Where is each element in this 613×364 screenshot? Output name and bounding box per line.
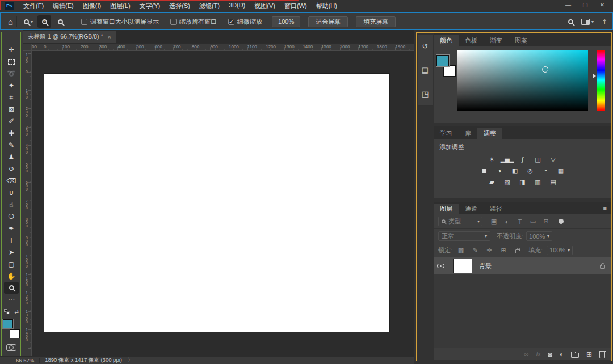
option-checkbox-0[interactable]: 调整窗口大小以满屏显示 — [81, 18, 159, 26]
home-icon[interactable]: ⌂ — [8, 17, 13, 27]
zoom-out-button[interactable] — [53, 15, 67, 28]
status-chevron-icon[interactable]: 〉 — [128, 357, 133, 364]
tool-zoom[interactable] — [4, 282, 19, 294]
panel-menu-icon[interactable]: ≡ — [603, 36, 607, 43]
tool-type[interactable]: T — [4, 234, 19, 246]
adjustment-invert[interactable]: ▰ — [486, 177, 497, 187]
zoom-tool-icon[interactable]: ▾ — [22, 15, 35, 28]
dock-history-button[interactable]: ↺ — [418, 35, 433, 58]
document-tab[interactable]: 未标题-1 @ 66.7%(RGB/8) * × — [23, 31, 116, 43]
panel-menu-icon[interactable]: ≡ — [603, 129, 607, 136]
tab-色板[interactable]: 色板 — [459, 35, 484, 46]
lock-transparent-button[interactable]: ▩ — [456, 246, 465, 254]
add-mask-button[interactable]: ◙ — [548, 350, 552, 358]
tab-调整[interactable]: 调整 — [477, 128, 502, 139]
menu-item-帮助(H)[interactable]: 帮助(H) — [312, 1, 342, 11]
zoom-in-button[interactable] — [37, 15, 51, 28]
adjustment-photo-filter[interactable]: ◎ — [525, 166, 535, 175]
tool-history-brush[interactable]: ↺ — [4, 163, 19, 175]
foreground-color-swatch[interactable] — [3, 319, 13, 328]
lock-paint-button[interactable]: ✎ — [471, 246, 480, 254]
filter-shape-layer-icon[interactable]: ▭ — [528, 218, 538, 226]
tab-颜色[interactable]: 颜色 — [434, 35, 459, 46]
menu-item-文件(F)[interactable]: 文件(F) — [19, 1, 48, 11]
menu-item-编辑(E)[interactable]: 编辑(E) — [48, 1, 78, 11]
menu-item-窗口(W)[interactable]: 窗口(W) — [280, 1, 312, 11]
tab-渐变[interactable]: 渐变 — [484, 35, 509, 46]
blend-mode-select[interactable]: 正常 ▾ — [438, 231, 490, 241]
adjustment-color-lookup[interactable]: ▦ — [556, 166, 566, 175]
fit-screen-button[interactable]: 适合屏幕 — [308, 16, 348, 27]
fill-screen-button[interactable]: 填充屏幕 — [356, 16, 396, 27]
menu-item-图层(L)[interactable]: 图层(L) — [106, 1, 135, 11]
lock-artboard-button[interactable]: ⊞ — [499, 246, 508, 254]
tool-hand[interactable]: ✋ — [4, 270, 19, 282]
hue-slider-arrow[interactable] — [593, 74, 596, 78]
tool-move[interactable]: ✛ — [4, 44, 19, 56]
minimize-button[interactable]: — — [561, 0, 576, 10]
new-adjustment-button[interactable]: ◐ — [560, 350, 564, 358]
checkbox-icon[interactable] — [81, 19, 87, 25]
share-icon[interactable]: ↥ — [602, 18, 607, 26]
adjustment-color-balance[interactable]: ◑ — [494, 166, 505, 175]
adjustment-levels[interactable]: ▂▅▂ — [502, 155, 512, 164]
checkbox-icon[interactable] — [170, 19, 177, 25]
tool-eraser[interactable]: ⌫ — [4, 175, 19, 187]
tool-rectangle[interactable]: ▢ — [4, 258, 19, 270]
tool-quick-selection[interactable]: ✦ — [4, 79, 19, 91]
default-colors[interactable]: ⇄ — [4, 309, 19, 315]
layer-filter-type-select[interactable]: 类型 ▾ — [438, 217, 482, 226]
tool-eyedropper[interactable]: ✐ — [4, 115, 19, 127]
tool-edit-toolbar[interactable]: ⋯ — [4, 294, 19, 306]
tool-spot-healing-brush[interactable]: ✚ — [4, 127, 19, 139]
delete-layer-button[interactable] — [599, 350, 605, 358]
search-icon[interactable] — [568, 19, 573, 24]
tool-paint-bucket[interactable]: ∪ — [4, 187, 19, 198]
horizontal-ruler[interactable]: 0001002003004005006007008009001000110012… — [32, 44, 414, 51]
lock-all-button[interactable] — [513, 246, 522, 254]
menu-item-视图(V)[interactable]: 视图(V) — [250, 1, 280, 11]
tool-frame[interactable]: ⊠ — [4, 103, 19, 115]
adjustment-selective-color[interactable]: ▤ — [548, 177, 558, 187]
dock-3d-button[interactable]: ◳ — [418, 82, 433, 106]
visibility-toggle[interactable] — [434, 257, 448, 274]
filter-toggle-icon[interactable] — [559, 219, 564, 224]
tool-brush[interactable]: ✎ — [4, 139, 19, 151]
panel-background-swatch[interactable] — [443, 65, 456, 77]
filter-adjustment-layer-icon[interactable]: ◐ — [502, 218, 511, 226]
tool-path-selection[interactable]: ➤ — [4, 246, 19, 258]
adjustment-hue-saturation[interactable]: ≣ — [479, 166, 489, 175]
adjustment-black-white[interactable]: ◧ — [510, 166, 520, 175]
panel-menu-icon[interactable]: ≡ — [603, 205, 607, 211]
tool-clone-stamp[interactable]: ♟ — [4, 151, 19, 163]
filter-smart-object-icon[interactable]: ⊡ — [541, 218, 551, 226]
workspace-switcher[interactable]: ▾ — [581, 19, 594, 25]
adjustment-vibrance[interactable]: ▽ — [548, 155, 558, 164]
swap-colors-icon[interactable]: ⇄ — [14, 309, 19, 315]
tool-dodge[interactable]: ❍ — [4, 210, 19, 222]
adjustment-brightness-contrast[interactable]: ☀ — [486, 155, 497, 164]
tool-rectangular-marquee[interactable] — [4, 56, 19, 67]
new-layer-button[interactable]: ⊞ — [586, 350, 592, 358]
tool-crop[interactable]: ⌗ — [4, 91, 19, 103]
filter-pixel-layer-icon[interactable]: ▣ — [489, 218, 498, 226]
adjustment-threshold[interactable]: ◨ — [517, 177, 527, 187]
tool-pen[interactable]: ✒ — [4, 222, 19, 234]
background-color-swatch[interactable] — [10, 329, 20, 338]
quick-mask-button[interactable] — [6, 344, 16, 351]
adjustment-gradient-map[interactable]: ▥ — [532, 177, 543, 187]
canvas[interactable] — [44, 74, 389, 332]
adjustment-curves[interactable]: ∫ — [517, 155, 527, 164]
tab-close-icon[interactable]: × — [108, 33, 111, 40]
menu-item-3D(D)[interactable]: 3D(D) — [224, 1, 250, 11]
dock-libraries-button[interactable]: ▤ — [418, 58, 433, 82]
menu-item-图像(I)[interactable]: 图像(I) — [78, 1, 106, 11]
panel-foreground-swatch[interactable] — [436, 55, 449, 66]
adjustment-exposure[interactable]: ◫ — [532, 155, 543, 164]
filter-type-layer-icon[interactable]: T — [515, 218, 524, 226]
tab-路径[interactable]: 路径 — [484, 204, 509, 214]
color-field[interactable] — [457, 50, 588, 111]
layer-row[interactable]: 背景 — [434, 257, 611, 274]
menu-item-文字(Y)[interactable]: 文字(Y) — [135, 1, 165, 11]
fill-field[interactable]: 100% ▾ — [547, 246, 573, 255]
